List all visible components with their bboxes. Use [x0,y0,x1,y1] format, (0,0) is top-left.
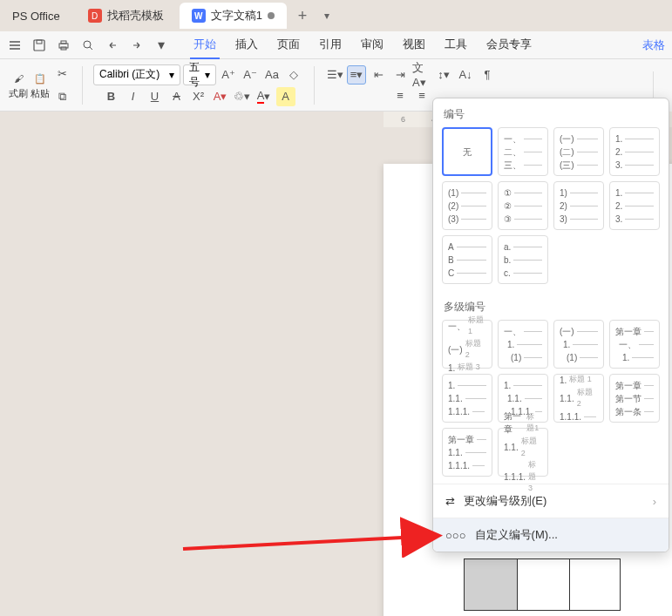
sort-button[interactable]: A↓ [456,65,475,85]
bullet-list-button[interactable]: ☰▾ [325,65,344,85]
tab-label: 文字文稿1 [211,8,262,24]
ml-option-5[interactable]: 1. 1.1. 1.1.1. [442,374,492,423]
increase-indent-button[interactable]: ⇥ [390,65,410,85]
numbering-alpha-upper[interactable]: A B C [442,235,492,284]
numbering-cjk[interactable]: 一、 二、 三、 [498,127,548,176]
paste-label: 粘贴 [31,87,50,100]
ml-option-10[interactable]: 第一章标题1 1.1.标题 2 1.1.1.标题 3 [498,428,548,477]
tab-office[interactable]: PS Office [0,3,72,29]
table-preview [464,558,621,611]
more-icon: ○○○ [445,529,466,542]
numbering-num-dot[interactable]: 1. 2. 3. [609,127,660,176]
italic-button[interactable]: I [124,87,143,106]
numbering-paren-num[interactable]: (1) (2) (3) [442,181,492,230]
number-list-button[interactable]: ≡▾ [347,65,366,85]
paste-button[interactable]: 📋 粘贴 [31,70,50,100]
custom-numbering-label: 自定义编号(M)... [475,527,558,543]
tab-view[interactable]: 视图 [399,31,429,59]
format-brush-button[interactable]: 🖌 式刷 [9,70,28,100]
highlight-button[interactable]: ♲▾ [233,87,252,106]
custom-numbering-menu-item[interactable]: ○○○ 自定义编号(M)... [433,518,669,552]
tab-table[interactable]: 表格 [639,32,669,58]
panel-header-numbering: 编号 [433,98,669,127]
numbering-circled[interactable]: ① ② ③ [498,181,548,230]
undo-icon[interactable] [101,34,124,57]
paste-icon: 📋 [31,70,49,87]
list-level-icon: ⇄ [445,495,455,508]
dropdown-icon[interactable]: ▾ [150,34,173,57]
numbering-grid: 无 一、 二、 三、 (一) (二) (三) 1. 2. 3. (1) (2) … [433,127,669,291]
decrease-font-icon[interactable]: A⁻ [241,65,260,85]
word-icon: W [192,9,206,23]
tab-template[interactable]: D 找稻壳模板 [76,3,176,29]
superscript-button[interactable]: X² [189,87,208,106]
line-spacing-button[interactable]: ↕▾ [434,65,453,85]
svg-rect-0 [34,40,44,51]
underline-button[interactable]: U [146,87,165,106]
tab-review[interactable]: 审阅 [357,31,387,59]
svg-rect-3 [61,41,66,44]
numbering-dropdown: 编号 无 一、 二、 三、 (一) (二) (三) 1. 2. 3. (1) (… [432,98,669,552]
modified-indicator-icon [268,12,275,19]
change-level-menu-item[interactable]: ⇄ 更改编号级别(E) › [433,484,669,518]
tab-page[interactable]: 页面 [274,31,303,59]
tab-member[interactable]: 会员专享 [483,31,535,59]
ribbon-tabs: 开始 插入 页面 引用 审阅 视图 工具 会员专享 [190,31,535,59]
clear-format-icon[interactable]: ◇ [284,65,303,85]
ml-option-1[interactable]: 一、标题1 (一)标题 2 1.标题 3 [442,320,492,369]
brush-icon: 🖌 [10,70,27,87]
numbering-num-dot-b[interactable]: 1. 2. 3. [609,181,660,230]
svg-point-5 [84,41,91,48]
text-direction-button[interactable]: 文A▾ [412,65,431,85]
copy-icon[interactable]: ⧉ [52,87,71,106]
menu-icon[interactable] [3,34,26,57]
multilevel-grid: 一、标题1 (一)标题 2 1.标题 3 一、 1. (1) (一) 1. (1… [433,320,669,484]
ml-option-3[interactable]: (一) 1. (1) [553,320,604,369]
tab-insert[interactable]: 插入 [232,31,261,59]
text-effects-button[interactable]: A▾ [211,87,230,106]
add-tab-button[interactable]: + [290,3,315,28]
text-highlight-button[interactable]: A [276,87,295,106]
ml-option-7[interactable]: 1.标题 1 1.1.标题 2 1.1.1. [553,374,604,423]
increase-font-icon[interactable]: A⁺ [219,65,238,85]
ruler-mark: 6 [401,115,405,124]
numbering-paren-cjk[interactable]: (一) (二) (三) [553,127,604,176]
align-left-button[interactable]: ≡ [390,86,410,105]
numbering-paren-num-b[interactable]: 1) 2) 3) [553,181,604,230]
tab-bar: PS Office D 找稻壳模板 W 文字文稿1 + ▾ [0,0,672,31]
font-group: Calibri (正文)▾ 五号▾ A⁺ A⁻ Aa ◇ B I U A X² … [90,63,307,108]
ml-option-4[interactable]: 第一章 一、 1. [609,320,660,369]
cut-icon[interactable]: ✂ [52,64,71,84]
tab-document[interactable]: W 文字文稿1 [180,3,287,29]
save-icon[interactable] [28,34,51,57]
print-icon[interactable] [52,34,75,57]
ml-option-2[interactable]: 一、 1. (1) [498,320,548,369]
strikethrough-button[interactable]: A [167,87,187,106]
show-marks-button[interactable]: ¶ [478,65,497,85]
tab-ref[interactable]: 引用 [316,31,345,59]
decrease-indent-button[interactable]: ⇤ [369,65,388,85]
template-icon: D [88,9,102,23]
numbering-none[interactable]: 无 [442,127,492,176]
font-color-button[interactable]: A▾ [255,87,274,106]
numbering-alpha-lower[interactable]: a. b. c. [498,235,548,284]
tab-tools[interactable]: 工具 [441,31,471,59]
align-center-button[interactable]: ≡ [412,86,431,105]
tab-start[interactable]: 开始 [190,31,220,59]
font-size-select[interactable]: 五号▾ [183,64,216,85]
redo-icon[interactable] [126,34,148,57]
preview-icon[interactable] [77,34,99,57]
change-level-label: 更改编号级别(E) [464,493,546,509]
format-brush-label: 式刷 [9,87,28,100]
clipboard-group: 🖌 式刷 📋 粘贴 ✂ ⧉ [5,63,75,108]
change-case-icon[interactable]: Aa [262,65,282,85]
tab-menu-button[interactable]: ▾ [315,3,339,28]
chevron-right-icon: › [653,495,656,508]
ml-option-8[interactable]: 第一章 第一节 第一条 [609,374,660,423]
tab-label: PS Office [12,10,60,23]
menu-bar: ▾ 开始 插入 页面 引用 审阅 视图 工具 会员专享 表格 [0,31,672,59]
tab-label: 找稻壳模板 [107,8,164,24]
bold-button[interactable]: B [102,87,121,106]
font-name-select[interactable]: Calibri (正文)▾ [93,64,180,85]
ml-option-9[interactable]: 第一章 1.1. 1.1.1. [442,428,492,477]
